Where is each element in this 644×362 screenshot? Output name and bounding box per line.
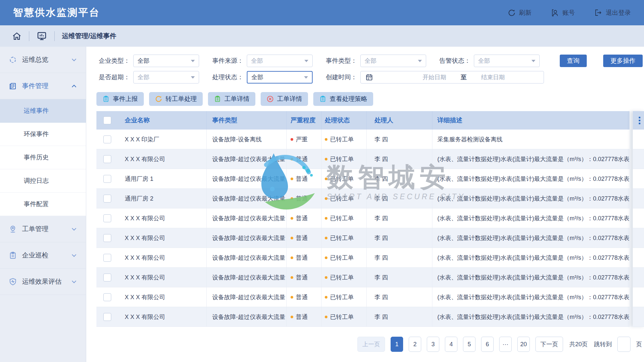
sidebar-item-event-history[interactable]: 事件历史 <box>0 146 86 169</box>
page-button-2[interactable]: 2 <box>409 337 421 352</box>
row-checkbox[interactable] <box>103 293 111 301</box>
cell-company: X X X 有限公司 <box>118 274 206 281</box>
status-dot <box>325 276 327 279</box>
top-bar-actions: 刷新 账号 退出登录 <box>508 9 631 17</box>
handle-status-select[interactable]: 全部 <box>247 71 313 84</box>
page-button-6[interactable]: 6 <box>481 337 494 352</box>
row-checkbox-cell <box>96 268 118 287</box>
column-header-company: 企业名称 <box>118 116 206 125</box>
table-row: 通用厂房 1 设备故障-超过仪表最大流量 普通 已转工单 李 四 (水表、流量计… <box>96 169 630 189</box>
row-checkbox-cell <box>96 228 118 248</box>
sidebar-item-ops-overview[interactable]: 运维总览 <box>0 47 86 73</box>
caret-down-icon <box>304 76 308 79</box>
page-button-5[interactable]: 5 <box>463 337 476 352</box>
status-dot <box>325 178 327 180</box>
sidebar-item-workorder-management[interactable]: 工单管理 <box>0 216 86 242</box>
page-button-20[interactable]: 20 <box>517 337 530 352</box>
cell-description: 采集服务器检测设备离线 <box>432 130 630 149</box>
overdue-select[interactable]: 全部 <box>133 71 199 84</box>
search-button[interactable]: 查询 <box>560 55 587 67</box>
filter-label: 事件来源： <box>210 57 247 65</box>
page-ellipsis[interactable]: ··· <box>499 337 512 352</box>
cell-status: 已转工单 <box>321 189 366 208</box>
row-checkbox[interactable] <box>103 214 111 222</box>
cell-severity: 普通 <box>286 268 321 287</box>
status-dot <box>325 217 327 220</box>
cell-status: 已转工单 <box>321 228 366 248</box>
caret-down-icon <box>418 60 422 62</box>
sidebar-item-label: 运维总览 <box>22 55 66 64</box>
row-checkbox[interactable] <box>103 175 111 183</box>
alarm-status-select[interactable]: 全部 <box>474 55 540 67</box>
event-type-select[interactable]: 全部 <box>360 55 426 67</box>
severity-label: 普通 <box>296 293 308 301</box>
vertical-scrollbar[interactable] <box>630 111 633 327</box>
status-label: 已转工单 <box>330 293 354 301</box>
page-button-4[interactable]: 4 <box>445 337 457 352</box>
page-button-3[interactable]: 3 <box>427 337 439 352</box>
transfer-workorder-button[interactable]: 转工单处理 <box>149 92 203 106</box>
cell-event-type: 设备故障-超过仪表最大流量 <box>206 228 286 248</box>
severity-label: 普通 <box>296 175 308 183</box>
row-checkbox[interactable] <box>103 313 111 321</box>
home-icon[interactable] <box>12 31 22 41</box>
event-report-button[interactable]: 事件上报 <box>96 92 144 106</box>
company-type-select[interactable]: 全部 <box>133 55 199 67</box>
sidebar-item-env-events[interactable]: 环保事件 <box>0 123 86 146</box>
row-checkbox[interactable] <box>103 234 111 242</box>
account-button[interactable]: 账号 <box>551 9 575 17</box>
jump-to-label: 跳转到 <box>594 340 612 348</box>
severity-dot <box>291 138 293 141</box>
sidebar-item-enterprise-inspection[interactable]: 企业巡检 <box>0 242 86 269</box>
refresh-button[interactable]: 刷新 <box>508 9 531 17</box>
row-actions-cell <box>633 130 644 149</box>
row-checkbox[interactable] <box>103 135 111 143</box>
next-page-button[interactable]: 下一页 <box>535 337 563 352</box>
sidebar-item-event-management[interactable]: 事件管理 <box>0 73 86 99</box>
sidebar-item-ops-events[interactable]: 运维事件 <box>0 99 86 123</box>
row-checkbox-cell <box>96 248 118 267</box>
row-checkbox[interactable] <box>103 274 111 281</box>
column-settings-button[interactable] <box>633 111 644 130</box>
row-checkbox[interactable] <box>103 254 111 262</box>
cell-handler: 李 四 <box>366 248 432 267</box>
clipboard-icon <box>102 95 110 103</box>
total-pages-label: 共20页 <box>569 340 588 348</box>
row-checkbox-cell <box>96 307 118 326</box>
sidebar-item-control-logs[interactable]: 调控日志 <box>0 169 86 193</box>
severity-dot <box>291 256 293 259</box>
more-actions-button[interactable]: 更多操作 <box>603 55 643 67</box>
cell-company: X X X 印染厂 <box>118 135 206 143</box>
cell-severity: 普通 <box>286 169 321 188</box>
sidebar-item-event-config[interactable]: 事件配置 <box>0 193 86 216</box>
page-button-1[interactable]: 1 <box>391 337 403 352</box>
status-label: 已转工单 <box>330 274 354 281</box>
status-label: 已转工单 <box>330 135 354 143</box>
event-source-select[interactable]: 全部 <box>247 55 313 67</box>
refresh-icon <box>508 9 516 17</box>
date-range-input[interactable]: 开始日期 至 结束日期 <box>360 71 544 84</box>
row-checkbox[interactable] <box>103 195 111 203</box>
monitor-icon[interactable] <box>37 31 47 41</box>
caret-down-icon <box>304 60 308 62</box>
row-checkbox[interactable] <box>103 155 111 163</box>
sidebar-item-ops-evaluation[interactable]: 运维效果评估 <box>0 269 86 295</box>
cell-description: (水表、流量计数据处理)水表(流量计)最大流量是（m³/s）：0.027778水… <box>432 248 630 267</box>
chevron-down-icon <box>71 226 77 232</box>
jump-page-input[interactable] <box>617 337 631 352</box>
view-strategy-button[interactable]: 查看处理策略 <box>313 92 373 106</box>
prev-page-button[interactable]: 上一页 <box>357 337 385 352</box>
cell-description: (水表、流量计数据处理)水表(流量计)最大流量是（m³/s）：0.027778水… <box>432 307 630 326</box>
workorder-detail-button[interactable]: 工单详情 <box>208 92 255 106</box>
refresh-circle-icon <box>155 95 162 103</box>
shield-evaluation-icon <box>9 278 17 286</box>
button-label: 查看处理策略 <box>330 95 367 103</box>
cell-company: 通用厂房 2 <box>118 195 206 203</box>
logout-button[interactable]: 退出登录 <box>594 9 631 17</box>
button-label: 转工单处理 <box>166 95 197 103</box>
cell-description: (水表、流量计数据处理)水表(流量计)最大流量是（m³/s）：0.027778水… <box>432 287 630 307</box>
workorder-detail-close-button[interactable]: 工单详情 <box>261 92 308 106</box>
cell-handler: 李 四 <box>366 189 432 208</box>
select-all-checkbox[interactable] <box>103 116 111 124</box>
cell-handler: 李 四 <box>366 268 432 287</box>
